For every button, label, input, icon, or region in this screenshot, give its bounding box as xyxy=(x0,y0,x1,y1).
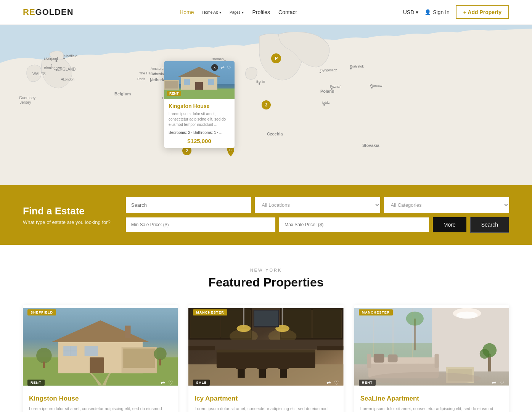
add-property-button[interactable]: + Add Property xyxy=(456,5,509,19)
svg-rect-46 xyxy=(184,79,190,85)
svg-text:Poznań: Poznań xyxy=(330,85,342,89)
sign-in-button[interactable]: 👤 Sign In xyxy=(424,9,450,15)
svg-point-121 xyxy=(479,349,489,359)
nav-home-alt[interactable]: Home Alt ▾ xyxy=(202,10,221,14)
card-image-2: MANCHESTER SALE ⇌ ♡ xyxy=(188,305,343,389)
card-location-badge-3: MANCHESTER xyxy=(359,309,393,315)
card-bottom-bar-2: SALE ⇌ ♡ xyxy=(188,377,343,389)
main-nav: Home Home Alt ▾ Pages ▾ Profiles Contact xyxy=(180,9,297,15)
property-card-3[interactable]: MANCHESTER RENT ⇌ ♡ SeaLine Apartment Lo… xyxy=(354,305,509,412)
map-label-poland: Poland xyxy=(320,89,334,93)
svg-text:Bydgoszcz: Bydgoszcz xyxy=(320,68,337,72)
location-select[interactable]: All Locations New York London Manchester… xyxy=(255,197,380,213)
card-body-2: Icy Apartment Lorem ipsum dolor sit amet… xyxy=(188,389,343,412)
svg-rect-115 xyxy=(387,354,397,362)
category-select[interactable]: All Categories House Apartment Villa Off… xyxy=(384,197,509,213)
search-heading: Find a Estate xyxy=(23,205,111,217)
svg-point-103 xyxy=(406,312,423,326)
svg-point-106 xyxy=(456,312,477,319)
card-favorite-icon-2[interactable]: ♡ xyxy=(334,380,339,386)
svg-text:Łódź: Łódź xyxy=(322,101,330,105)
svg-text:3: 3 xyxy=(265,103,267,107)
popup-title: Kingston House xyxy=(169,103,230,109)
map-background: WALES ENGLAND Belgium Poland Czechia Slo… xyxy=(0,25,532,185)
svg-text:Liverpool: Liverpool xyxy=(44,57,58,61)
card-body-3: SeaLine Apartment Lorem ipsum dolor sit … xyxy=(354,389,509,412)
card-type-badge-1: RENT xyxy=(27,380,45,386)
card-title-2: Icy Apartment xyxy=(194,395,337,402)
map-label-slovakia: Slovakia xyxy=(362,143,380,148)
search-submit-button[interactable]: Search xyxy=(470,217,509,233)
svg-text:Paris: Paris xyxy=(137,77,145,81)
nav-pages[interactable]: Pages ▾ xyxy=(230,10,244,14)
card-type-badge-3: RENT xyxy=(359,380,376,386)
card-location-badge-1: SHEFFIELD xyxy=(27,309,56,315)
nav-profiles[interactable]: Profiles xyxy=(252,9,270,15)
user-icon: 👤 xyxy=(424,9,431,15)
min-price-input[interactable] xyxy=(131,222,270,227)
map-property-popup: RENT × ⇌ ♡ Kingston House Lorem ipsum do… xyxy=(164,61,235,148)
card-title-3: SeaLine Apartment xyxy=(360,395,503,402)
property-card-2[interactable]: MANCHESTER SALE ⇌ ♡ Icy Apartment Lorem … xyxy=(188,305,343,412)
nav-contact[interactable]: Contact xyxy=(278,9,297,15)
card-bottom-bar-3: RENT ⇌ ♡ xyxy=(354,377,509,389)
svg-text:The Hague: The Hague xyxy=(139,71,156,75)
map-label-wales: WALES xyxy=(32,72,46,76)
featured-section: NEW YORK Featured Properties xyxy=(0,245,532,412)
svg-text:Berlin: Berlin xyxy=(256,80,265,84)
svg-rect-110 xyxy=(434,354,439,368)
card-type-badge-2: SALE xyxy=(193,380,210,386)
popup-meta: Bedrooms: 2 · Bathrooms: 1 · ... xyxy=(169,130,230,135)
map-svg: WALES ENGLAND Belgium Poland Czechia Slo… xyxy=(0,25,532,185)
card-image-1: SHEFFIELD RENT ⇌ ♡ xyxy=(23,305,178,389)
card-location-badge-2: MANCHESTER xyxy=(193,309,227,315)
card-actions-2: ⇌ ♡ xyxy=(326,380,339,386)
svg-rect-94 xyxy=(188,308,343,385)
properties-grid: SHEFFIELD RENT ⇌ ♡ Kingston House Lorem … xyxy=(23,305,509,412)
svg-text:Birmingham: Birmingham xyxy=(44,66,62,70)
svg-rect-49 xyxy=(165,81,178,89)
card-desc-3: Lorem ipsum dolor sit amet, consectetur … xyxy=(360,406,503,412)
card-actions-3: ⇌ ♡ xyxy=(492,380,505,386)
card-favorite-icon-1[interactable]: ♡ xyxy=(168,380,173,386)
popup-body: Kingston House Lorem ipsum dolor sit ame… xyxy=(164,99,235,148)
svg-text:Bremen: Bremen xyxy=(212,57,224,61)
max-price-wrapper xyxy=(279,217,429,232)
popup-description: Lorem ipsum dolor sit amet, consectetur … xyxy=(169,111,230,127)
svg-text:Guernsey: Guernsey xyxy=(19,96,35,100)
card-favorite-icon-3[interactable]: ♡ xyxy=(500,380,505,386)
popup-favorite-icon[interactable]: ♡ xyxy=(227,65,231,71)
nav-home[interactable]: Home xyxy=(180,9,194,15)
max-price-input[interactable] xyxy=(284,222,423,227)
svg-text:Białystok: Białystok xyxy=(350,64,364,68)
popup-settings-icon[interactable]: ⇌ xyxy=(220,65,225,71)
more-button[interactable]: More xyxy=(433,217,466,232)
currency-selector[interactable]: USD ▾ xyxy=(403,9,418,15)
search-title-block: Find a Estate What type of estate are yo… xyxy=(23,205,111,225)
card-image-3: MANCHESTER RENT ⇌ ♡ xyxy=(354,305,509,389)
card-settings-icon-2[interactable]: ⇌ xyxy=(326,380,331,386)
svg-text:London: London xyxy=(63,77,74,81)
search-subtitle: What type of estate are you looking for? xyxy=(23,219,111,225)
search-text-input[interactable] xyxy=(126,197,251,213)
card-settings-icon-3[interactable]: ⇌ xyxy=(492,380,497,386)
map-label-czechia: Czechia xyxy=(267,132,283,136)
svg-rect-109 xyxy=(367,354,371,368)
logo-re: RE xyxy=(23,7,35,17)
card-actions-1: ⇌ ♡ xyxy=(161,380,173,386)
popup-close-button[interactable]: × xyxy=(211,64,218,71)
map-pin-numbered-top: P xyxy=(271,53,281,63)
section-title: Featured Properties xyxy=(23,275,509,290)
popup-action-bar: × ⇌ ♡ xyxy=(211,64,231,71)
property-card-1[interactable]: SHEFFIELD RENT ⇌ ♡ Kingston House Lorem … xyxy=(23,305,178,412)
card-desc-2: Lorem ipsum dolor sit amet, consectetur … xyxy=(194,406,337,412)
card-settings-icon-1[interactable]: ⇌ xyxy=(161,380,165,386)
card-title-1: Kingston House xyxy=(29,395,172,402)
svg-rect-113 xyxy=(418,358,434,364)
card-desc-1: Lorem ipsum dolor sit amet, consectetur … xyxy=(29,406,172,412)
map-section: WALES ENGLAND Belgium Poland Czechia Slo… xyxy=(0,25,532,185)
popup-image: RENT × ⇌ ♡ xyxy=(164,61,235,99)
chevron-down-icon: ▾ xyxy=(219,10,221,14)
search-row-1: All Locations New York London Manchester… xyxy=(126,197,509,213)
min-price-wrapper xyxy=(126,217,275,232)
